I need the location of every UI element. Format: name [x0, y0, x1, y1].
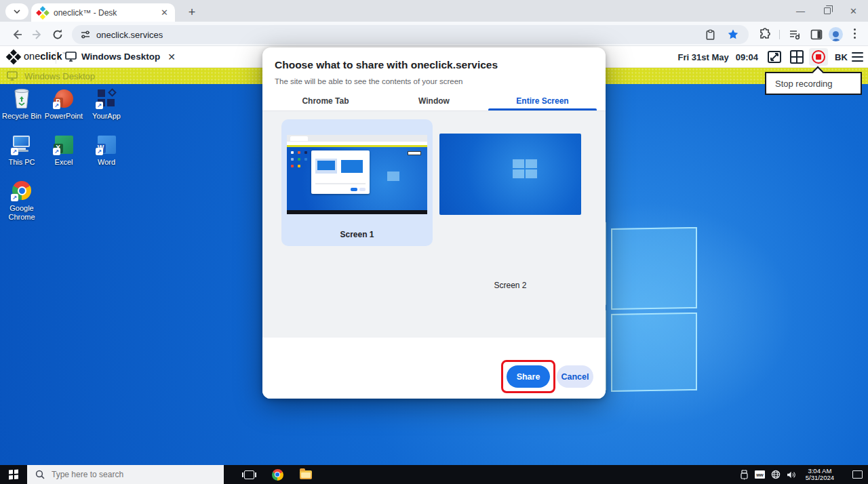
tab-title: oneclick™ - Desk: [54, 8, 159, 18]
desktop-icon-label: YourApp: [92, 112, 121, 121]
chrome-icon: [272, 469, 283, 481]
tab-window[interactable]: Window: [380, 92, 488, 110]
tab-search-button[interactable]: [5, 3, 28, 20]
minimize-button[interactable]: —: [796, 6, 805, 16]
start-button[interactable]: [0, 465, 27, 484]
grid-layout-icon[interactable]: [789, 49, 804, 64]
screen: oneclick™ - Desk ✕ + — ✕ oneclick.servic…: [0, 0, 868, 484]
desktop-icon-excel[interactable]: X ↗ Excel: [42, 134, 85, 167]
session-tab-close-icon[interactable]: ✕: [167, 52, 176, 62]
search-input[interactable]: [52, 470, 187, 479]
forward-icon[interactable]: [31, 28, 43, 41]
mini-tooltip: [408, 151, 421, 155]
taskbar-clock[interactable]: 3:04 AM 5/31/2024: [806, 468, 834, 482]
system-tray: ww 3:04 AM 5/31/2024: [740, 465, 868, 484]
desktop-icon-this-pc[interactable]: ↗ This PC: [0, 134, 43, 167]
file-explorer-icon: [300, 470, 312, 479]
shortcut-arrow-icon: ↗: [53, 102, 60, 109]
restore-button[interactable]: [824, 7, 831, 14]
browser-titlebar: oneclick™ - Desk ✕ + — ✕: [0, 0, 868, 22]
shortcut-arrow-icon: ↗: [11, 148, 18, 155]
desktop-icon-powerpoint[interactable]: P ↗ PowerPoint: [42, 87, 85, 121]
screen-2-thumbnail[interactable]: [439, 134, 581, 215]
desktop-icon-label: Word: [98, 158, 115, 167]
appbar-divider: [56, 50, 56, 64]
banner-monitor-icon: [7, 71, 18, 81]
close-button[interactable]: ✕: [850, 6, 857, 16]
browser-tab[interactable]: oneclick™ - Desk ✕: [31, 3, 175, 22]
bookmark-star-icon[interactable]: [727, 28, 739, 41]
screen-1-thumbnail[interactable]: [287, 135, 427, 214]
taskbar-date: 5/31/2024: [806, 475, 834, 482]
reload-icon[interactable]: [52, 28, 64, 41]
tab-chrome-tab[interactable]: Chrome Tab: [271, 92, 380, 110]
profile-avatar[interactable]: [829, 27, 843, 41]
mini-share-dialog: [311, 150, 370, 194]
session-tab-label: Windows Desktop: [81, 52, 160, 62]
chevron-down-icon: [14, 9, 20, 14]
usb-icon[interactable]: [740, 470, 749, 480]
tooltip-label: Stop recording: [775, 79, 833, 89]
fit-screen-icon[interactable]: [767, 49, 782, 64]
desktop-icon-yourapp[interactable]: ↗ YourApp: [85, 87, 128, 121]
desktop-icon-recycle-bin[interactable]: Recycle Bin: [0, 87, 43, 121]
mini-browser-chrome: [287, 135, 427, 142]
back-icon[interactable]: [11, 28, 23, 41]
screen-1-card[interactable]: Screen 1: [281, 119, 433, 246]
url-text[interactable]: oneclick.services: [96, 30, 705, 40]
stop-recording-tooltip: Stop recording: [765, 72, 862, 95]
action-center-icon[interactable]: [852, 470, 863, 479]
dialog-content: Screen 1 Screen 2 Also share system audi…: [262, 111, 606, 338]
omnibox[interactable]: oneclick.services: [72, 25, 749, 44]
taskbar-search[interactable]: [27, 465, 224, 484]
session-tab-windows-desktop[interactable]: Windows Desktop ✕: [60, 46, 181, 67]
dialog-tabs: Chrome Tab Window Entire Screen: [271, 92, 597, 110]
windows-logo-pane: [611, 227, 697, 310]
user-initials-badge[interactable]: BK: [835, 52, 848, 62]
desktop-icon-label: Google Chrome: [5, 204, 39, 222]
desktop-icon-google-chrome[interactable]: ↗ Google Chrome: [0, 180, 43, 222]
cancel-button[interactable]: Cancel: [557, 365, 593, 388]
side-panel-icon[interactable]: [810, 28, 823, 41]
oneclick-favicon-icon: [36, 6, 50, 20]
task-view-icon: [244, 470, 254, 479]
yourapp-icon: ↗: [96, 87, 117, 109]
taskbar-chrome-button[interactable]: [263, 465, 292, 484]
volume-icon[interactable]: [787, 470, 797, 479]
monitor-icon: [65, 52, 77, 62]
chrome-icon: ↗: [11, 180, 33, 201]
desktop-icon-label: Excel: [55, 158, 73, 167]
appbar-date: Fri 31st May: [678, 52, 729, 62]
shortcut-arrow-icon: ↗: [96, 102, 103, 109]
toolbar-divider: [779, 30, 780, 39]
extensions-icon[interactable]: [758, 28, 772, 41]
appbar-time: 09:04: [736, 52, 758, 62]
media-controls-icon[interactable]: [788, 28, 802, 41]
dialog-title: Choose what to share with oneclick.servi…: [275, 59, 498, 71]
mini-windows-logo-pane: [526, 169, 537, 178]
shortcut-arrow-icon: ↗: [11, 194, 18, 201]
desktop-icon-word[interactable]: W ↗ Word: [85, 134, 128, 167]
search-icon: [35, 470, 45, 479]
desktop-icon-label: Recycle Bin: [2, 112, 41, 121]
excel-icon: X ↗: [53, 134, 75, 155]
desktop-icon-label: PowerPoint: [45, 112, 83, 121]
mini-taskbar: [287, 210, 427, 214]
task-view-button[interactable]: [235, 465, 263, 484]
browser-menu-icon[interactable]: [853, 28, 856, 39]
file-explorer-button[interactable]: [292, 465, 320, 484]
keyboard-indicator[interactable]: ww: [755, 470, 765, 479]
dialog-subtitle: The site will be able to see the content…: [275, 77, 462, 85]
tab-entire-screen[interactable]: Entire Screen: [488, 92, 597, 110]
mini-windows-logo: [387, 172, 399, 181]
tab-close-icon[interactable]: ✕: [159, 7, 170, 18]
network-globe-icon[interactable]: [771, 470, 781, 479]
clipboard-icon[interactable]: [705, 29, 716, 41]
banner-label: Windows Desktop: [24, 71, 95, 81]
new-tab-button[interactable]: +: [183, 3, 201, 21]
mini-desktop: [287, 147, 427, 210]
hamburger-menu-icon[interactable]: [852, 52, 863, 62]
tune-icon[interactable]: [80, 29, 91, 40]
stop-recording-button[interactable]: [809, 48, 828, 66]
powerpoint-icon: P ↗: [53, 87, 75, 109]
